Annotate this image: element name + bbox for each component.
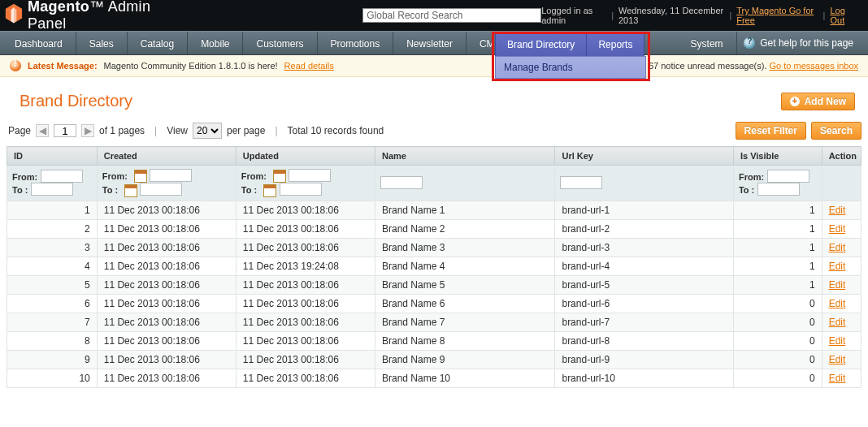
cell-id: 10 [7,369,98,387]
edit-link[interactable]: Edit [829,279,846,291]
cell-name: Brand Name 6 [375,294,554,313]
edit-link[interactable]: Edit [829,354,846,365]
table-row[interactable]: 611 Dec 2013 00:18:0611 Dec 2013 00:18:0… [7,294,861,313]
grid-filter-row: From: To : From: To : From: To : From: T… [7,166,861,201]
cell-name: Brand Name 4 [375,257,554,275]
col-updated[interactable]: Updated [236,147,375,166]
calendar-icon[interactable] [134,170,147,183]
filter-name-input[interactable] [380,176,423,189]
col-created[interactable]: Created [97,147,236,166]
table-row[interactable]: 811 Dec 2013 00:18:0611 Dec 2013 00:18:0… [7,331,861,350]
table-row[interactable]: 111 Dec 2013 00:18:0611 Dec 2013 00:18:0… [7,201,861,219]
nav-catalog[interactable]: Catalog [128,32,188,54]
content: Brand Directory + Add New Page ◀ ▶ of 1 … [0,77,868,388]
cell-visible: 1 [733,275,822,294]
cell-url: brand-url-7 [555,313,733,331]
edit-link[interactable]: Edit [829,298,846,309]
nav-brand-directory[interactable]: Brand Directory [495,32,587,57]
global-search [362,8,541,23]
cell-visible: 1 [733,238,822,257]
page-prev-button[interactable]: ◀ [36,124,49,137]
page-next-button[interactable]: ▶ [81,124,94,137]
edit-link[interactable]: Edit [829,335,846,347]
cell-created: 11 Dec 2013 00:18:06 [97,331,236,350]
filter-visible-to[interactable] [757,183,800,196]
filter-updated-to[interactable] [280,183,322,196]
cell-name: Brand Name 2 [375,219,554,238]
read-details-link[interactable]: Read details [284,61,334,71]
col-url[interactable]: Url Key [555,147,733,166]
table-row[interactable]: 311 Dec 2013 00:18:0611 Dec 2013 00:18:0… [7,238,861,257]
cell-visible: 0 [733,313,822,331]
nav-help-label: Get help for this page [760,37,853,49]
table-row[interactable]: 911 Dec 2013 00:18:0611 Dec 2013 00:18:0… [7,350,861,369]
calendar-icon[interactable] [263,184,276,197]
filter-created: From: To : [97,166,236,201]
submenu-manage-brands[interactable]: Manage Brands [495,56,646,79]
msg-right-post: notice unread message(s). [661,61,766,71]
logo-text: Magento™ Admin Panel [28,0,167,32]
edit-link[interactable]: Edit [829,223,846,235]
nav-system[interactable]: System [678,32,737,54]
nav-help[interactable]: Get help for this page [744,32,861,54]
edit-link[interactable]: Edit [829,317,846,328]
col-id[interactable]: ID [7,147,98,166]
filter-id-from[interactable] [41,170,83,183]
table-row[interactable]: 711 Dec 2013 00:18:0611 Dec 2013 00:18:0… [7,313,861,331]
message-text: Magento Community Edition 1.8.1.0 is her… [104,61,278,71]
calendar-icon[interactable] [273,170,286,183]
filter-updated-from[interactable] [289,169,331,182]
global-search-input[interactable] [362,8,541,23]
try-go-link[interactable]: Try Magento Go for Free [736,6,818,25]
filter-url-input[interactable] [560,176,602,189]
edit-link[interactable]: Edit [829,205,846,216]
separator: | [729,11,731,20]
logout-link[interactable]: Log Out [830,6,857,25]
cell-name: Brand Name 10 [375,369,554,387]
cell-url: brand-url-1 [555,201,733,219]
nav-dashboard[interactable]: Dashboard [0,32,76,54]
admin-header: Magento™ Admin Panel Logged in as admin … [0,0,868,31]
page-number-input[interactable] [54,124,76,137]
filter-visible-from[interactable] [767,170,809,183]
filter-id-to[interactable] [31,183,73,196]
calendar-icon[interactable] [124,184,137,197]
nav-sales[interactable]: Sales [76,32,128,54]
edit-link[interactable]: Edit [829,261,846,272]
table-row[interactable]: 411 Dec 2013 00:18:0611 Dec 2013 19:24:0… [7,257,861,275]
nav-reports[interactable]: Reports [587,32,644,57]
reset-filter-button[interactable]: Reset Filter [736,122,806,140]
messages-inbox-link[interactable]: Go to messages inbox [770,61,858,71]
edit-link[interactable]: Edit [829,373,846,384]
per-page-select[interactable]: 20 [193,123,222,139]
cell-action: Edit [822,313,861,331]
head-actions: + Add New [781,93,861,110]
message-label: Latest Message: [28,61,98,71]
cell-id: 9 [7,350,98,369]
col-visible[interactable]: Is Visible [733,147,822,166]
table-row[interactable]: 511 Dec 2013 00:18:0611 Dec 2013 00:18:0… [7,275,861,294]
nav-customers[interactable]: Customers [243,32,317,54]
table-row[interactable]: 1011 Dec 2013 00:18:0611 Dec 2013 00:18:… [7,369,861,387]
filter-url [555,166,733,201]
filter-created-to[interactable] [140,183,182,196]
filter-action [822,166,861,201]
table-row[interactable]: 211 Dec 2013 00:18:0611 Dec 2013 00:18:0… [7,219,861,238]
col-name[interactable]: Name [375,147,554,166]
separator: | [611,11,614,20]
search-button[interactable]: Search [811,122,861,140]
cell-updated: 11 Dec 2013 00:18:06 [236,331,375,350]
header-date: Wednesday, 11 December 2013 [618,6,724,25]
main-nav: Dashboard Sales Catalog Mobile Customers… [0,31,868,55]
nav-promotions[interactable]: Promotions [318,32,394,54]
to-label: To : [102,185,118,195]
separator: | [823,11,826,20]
add-new-button[interactable]: + Add New [781,93,855,110]
nav-mobile[interactable]: Mobile [188,32,243,54]
nav-newsletter[interactable]: Newsletter [393,32,467,54]
cell-updated: 11 Dec 2013 00:18:06 [236,238,375,257]
edit-link[interactable]: Edit [829,242,846,253]
filter-created-from[interactable] [150,169,192,182]
cell-url: brand-url-3 [555,238,733,257]
logo[interactable]: Magento™ Admin Panel [5,0,167,32]
